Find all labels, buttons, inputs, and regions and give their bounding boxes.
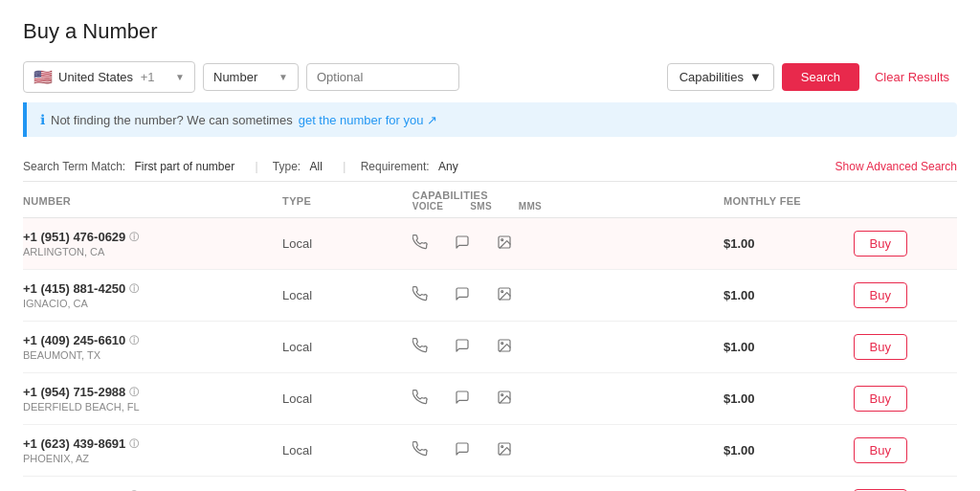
voice-icon — [412, 441, 428, 460]
voice-icon — [412, 234, 428, 254]
number-column-header: NUMBER — [23, 195, 282, 207]
filter-bar: Search Term Match: First part of number … — [23, 150, 957, 182]
table-body: +1 (951) 476-0629 ⓘ ARLINGTON, CA Local — [23, 218, 957, 491]
monthly-fee-column-header: MONTHLY FEE — [724, 195, 854, 207]
sms-icon — [455, 234, 470, 254]
search-bar: 🇺🇸 United States +1 ▼ Number ▼ Capabilit… — [23, 61, 957, 93]
capabilities-cell — [412, 390, 568, 409]
info-badge-icon[interactable]: ⓘ — [129, 437, 139, 451]
phone-number: +1 (415) 881-4250 ⓘ — [23, 281, 282, 296]
fee-cell: $1.00 — [724, 340, 854, 354]
type-filter-label: Type: — [273, 160, 301, 173]
buy-button[interactable]: Buy — [854, 231, 907, 257]
sms-icon — [455, 338, 470, 357]
country-select[interactable]: 🇺🇸 United States +1 ▼ — [23, 61, 195, 93]
search-button[interactable]: Search — [782, 63, 859, 91]
table-row: +1 (951) 476-0629 ⓘ ARLINGTON, CA Local — [23, 218, 957, 270]
voice-subheader: VOICE — [412, 201, 444, 212]
type-select[interactable]: Number ▼ — [203, 63, 299, 91]
number-cell: +1 (623) 439-8691 ⓘ PHOENIX, AZ — [23, 436, 282, 464]
buy-cell: Buy — [854, 282, 957, 308]
capabilities-cell — [412, 338, 568, 357]
advanced-search-link[interactable]: Show Advanced Search — [835, 160, 957, 173]
table-row: +1 (623) 439-8691 ⓘ PHOENIX, AZ Local — [23, 425, 957, 477]
requirement-label: Requirement: — [361, 160, 430, 173]
sms-subheader: SMS — [470, 201, 492, 212]
sms-icon — [455, 441, 470, 460]
buy-cell: Buy — [854, 334, 957, 360]
info-badge-icon[interactable]: ⓘ — [129, 334, 139, 347]
svg-point-3 — [501, 290, 502, 292]
table-row: +1 (954) 715-2988 ⓘ DEERFIELD BEACH, FL … — [23, 373, 957, 425]
phone-number: +1 (623) 439-8691 ⓘ — [23, 436, 282, 451]
info-icon: ℹ — [40, 112, 45, 127]
number-cell: +1 (951) 476-0629 ⓘ ARLINGTON, CA — [23, 230, 282, 257]
info-text: Not finding the number? We can sometimes — [51, 113, 293, 127]
country-flag: 🇺🇸 — [33, 68, 53, 86]
table-row: +1 (916) 266-9018 ⓘ SACRAMENTO, CA Local — [23, 477, 957, 491]
phone-number: +1 (409) 245-6610 ⓘ — [23, 333, 282, 347]
location: PHOENIX, AZ — [23, 453, 282, 464]
capabilities-cell — [412, 441, 568, 460]
svg-point-1 — [501, 238, 502, 240]
number-input[interactable] — [306, 63, 459, 91]
type-filter-value: All — [310, 160, 323, 173]
buy-button[interactable]: Buy — [854, 334, 907, 360]
buy-button[interactable]: Buy — [854, 386, 907, 412]
filter-options: Search Term Match: First part of number … — [23, 160, 464, 173]
table-header: NUMBER TYPE CAPABILITIES VOICE SMS MMS M… — [23, 182, 957, 218]
number-cell: +1 (954) 715-2988 ⓘ DEERFIELD BEACH, FL — [23, 385, 282, 413]
location: BEAUMONT, TX — [23, 349, 282, 361]
buy-button[interactable]: Buy — [854, 437, 907, 463]
info-badge-icon[interactable]: ⓘ — [129, 386, 139, 399]
cap-subheaders: VOICE SMS MMS — [412, 201, 568, 212]
voice-icon — [412, 338, 428, 357]
svg-point-9 — [501, 445, 502, 447]
mms-icon — [497, 441, 512, 460]
sms-icon — [455, 390, 470, 409]
country-label: United States +1 — [58, 70, 169, 84]
info-badge-icon[interactable]: ⓘ — [129, 231, 139, 244]
location: DEERFIELD BEACH, FL — [23, 401, 282, 413]
info-badge-icon[interactable]: ⓘ — [129, 282, 139, 296]
mms-icon — [497, 338, 512, 357]
mms-subheader: MMS — [519, 201, 542, 212]
capabilities-chevron-icon: ▼ — [749, 70, 762, 84]
type-cell: Local — [282, 391, 412, 406]
clear-results-button[interactable]: Clear Results — [867, 63, 957, 91]
info-banner: ℹ Not finding the number? We can sometim… — [23, 102, 957, 137]
capabilities-cell — [412, 286, 568, 305]
get-number-link[interactable]: get the number for you ↗ — [299, 113, 437, 127]
number-cell: +1 (409) 245-6610 ⓘ BEAUMONT, TX — [23, 333, 282, 361]
fee-cell: $1.00 — [724, 391, 854, 406]
buy-cell: Buy — [854, 437, 957, 463]
type-cell: Local — [282, 288, 412, 302]
type-label: Number — [213, 70, 273, 84]
capabilities-cell — [412, 234, 568, 254]
search-term-label: Search Term Match: — [23, 160, 125, 173]
type-cell: Local — [282, 340, 412, 354]
search-term-value: First part of number — [135, 160, 235, 173]
page-title: Buy a Number — [23, 19, 957, 44]
requirement-value: Any — [438, 160, 458, 173]
voice-icon — [412, 286, 428, 305]
phone-number: +1 (951) 476-0629 ⓘ — [23, 230, 282, 244]
fee-cell: $1.00 — [724, 236, 854, 251]
svg-point-5 — [501, 342, 502, 344]
capabilities-button[interactable]: Capabilities ▼ — [667, 63, 774, 91]
page-container: Buy a Number 🇺🇸 United States +1 ▼ Numbe… — [0, 0, 980, 491]
location: IGNACIO, CA — [23, 298, 282, 309]
table-row: +1 (415) 881-4250 ⓘ IGNACIO, CA Local — [23, 270, 957, 322]
fee-cell: $1.00 — [724, 288, 854, 302]
fee-cell: $1.00 — [724, 443, 854, 458]
location: ARLINGTON, CA — [23, 246, 282, 257]
type-cell: Local — [282, 443, 412, 458]
capabilities-label: Capabilities — [679, 70, 744, 84]
buy-cell: Buy — [854, 231, 957, 257]
phone-number: +1 (954) 715-2988 ⓘ — [23, 385, 282, 399]
svg-point-7 — [501, 393, 502, 395]
buy-button[interactable]: Buy — [854, 282, 907, 308]
mms-icon — [497, 390, 512, 409]
type-chevron-icon: ▼ — [278, 72, 288, 82]
number-cell: +1 (415) 881-4250 ⓘ IGNACIO, CA — [23, 281, 282, 309]
